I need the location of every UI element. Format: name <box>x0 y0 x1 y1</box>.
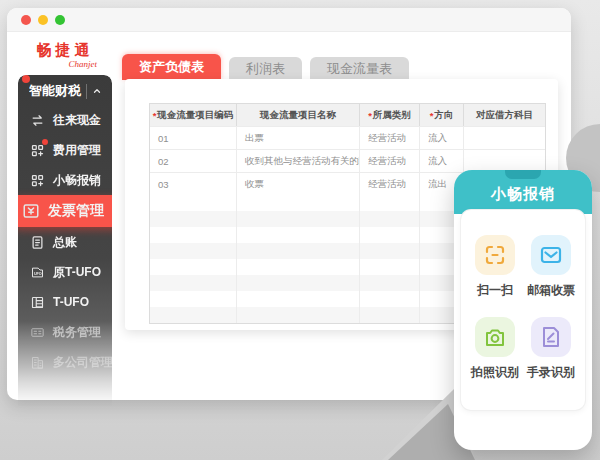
table-empty-cell <box>360 211 420 227</box>
sidebar-item-general-ledger[interactable]: 总账 <box>18 227 112 257</box>
table-cell[interactable]: 流入 <box>420 150 464 172</box>
maximize-button[interactable] <box>55 15 65 25</box>
tab-income-statement[interactable]: 利润表 <box>229 57 302 80</box>
table-cell[interactable]: 01 <box>150 127 237 149</box>
ufo-doc-icon: UFO <box>30 265 45 280</box>
sidebar-item-tax-mgmt[interactable]: 税务管理 <box>18 317 112 347</box>
table-cell[interactable]: 出票 <box>237 127 360 149</box>
action-photo-ocr[interactable]: 拍照识别 <box>471 317 519 381</box>
sidebar-item-label: 原T-UFO <box>53 264 101 281</box>
table-empty-cell <box>360 195 420 211</box>
action-label: 扫一扫 <box>477 282 513 299</box>
table-cell[interactable]: 收到其他与经营活动有关的现金 <box>237 150 360 172</box>
tab-cash-flow[interactable]: 现金流量表 <box>310 57 409 80</box>
table-empty-cell <box>150 259 237 275</box>
action-manual-ocr[interactable]: 手录识别 <box>527 317 575 381</box>
table-empty-cell <box>237 259 360 275</box>
column-header-label: 现金流量项目编码 <box>157 109 233 122</box>
table-empty-cell <box>237 307 360 323</box>
table-header-row: *现金流量项目编码现金流量项目名称*所属类别*方向对应借方科目 <box>150 104 545 126</box>
required-marker: * <box>368 110 372 121</box>
sidebar-item-t-ufo[interactable]: T-UFO <box>18 287 112 317</box>
column-header: *所属类别 <box>360 104 420 126</box>
window-titlebar <box>7 8 571 32</box>
column-header: 现金流量项目名称 <box>237 104 360 126</box>
table-cell[interactable]: 收票 <box>237 173 360 195</box>
column-header-label: 对应借方科目 <box>476 109 533 122</box>
sidebar-item-label: 费用管理 <box>53 142 101 159</box>
table-empty-cell <box>237 227 360 243</box>
tax-doc-icon <box>30 325 45 340</box>
notification-dot <box>22 75 30 83</box>
action-mail-invoice[interactable]: 邮箱收票 <box>527 235 575 299</box>
sidebar-item-xiaochang-reimburse[interactable]: 小畅报销 <box>18 165 112 195</box>
screen: 畅捷通 Chanjet 资产负债表利润表现金流量表 *现金流量项目编码现金流量项… <box>0 0 600 460</box>
minimize-button[interactable] <box>38 15 48 25</box>
column-header: *现金流量项目编码 <box>150 104 237 126</box>
mini-program-card: 小畅报销 扫一扫邮箱收票拍照识别手录识别 <box>454 170 592 450</box>
phone-notch-icon <box>505 170 541 179</box>
table-grid-icon <box>30 295 45 310</box>
table-empty-cell <box>360 307 420 323</box>
sidebar-item-label: 多公司管理 <box>53 354 113 371</box>
sidebar-item-legacy-t-ufo[interactable]: UFO原T-UFO <box>18 257 112 287</box>
table-empty-cell <box>237 211 360 227</box>
column-header-label: 所属类别 <box>373 109 411 122</box>
action-grid: 扫一扫邮箱收票拍照识别手录识别 <box>461 210 585 381</box>
table-empty-cell <box>237 275 360 291</box>
column-header-label: 方向 <box>434 109 453 122</box>
table-cell[interactable] <box>464 150 545 172</box>
table-cell[interactable] <box>464 127 545 149</box>
sidebar-item-expense-mgmt[interactable]: 费用管理 <box>18 135 112 165</box>
table-empty-cell <box>150 211 237 227</box>
column-header: *方向 <box>420 104 464 126</box>
table-empty-cell <box>237 243 360 259</box>
edit-doc-icon <box>531 317 571 357</box>
table-cell[interactable]: 03 <box>150 173 237 195</box>
close-button[interactable] <box>21 15 31 25</box>
table-empty-cell <box>360 275 420 291</box>
svg-text:UFO: UFO <box>34 272 42 276</box>
sidebar-item-label: 往来现金 <box>53 112 101 129</box>
table-row: 02收到其他与经营活动有关的现金经营活动流入 <box>150 149 545 172</box>
brand-logo: 畅捷通 Chanjet <box>27 41 103 69</box>
table-empty-cell <box>360 291 420 307</box>
brand-name-en: Chanjet <box>27 59 103 69</box>
phone-screen: 扫一扫邮箱收票拍照识别手录识别 <box>461 210 585 410</box>
table-empty-cell <box>150 291 237 307</box>
table-empty-cell <box>237 291 360 307</box>
tab-balance-sheet[interactable]: 资产负债表 <box>122 54 221 80</box>
table-cell[interactable]: 经营活动 <box>360 173 420 195</box>
phone-title: 小畅报销 <box>491 185 555 204</box>
sidebar-header[interactable]: 智能财税 <box>18 75 112 105</box>
report-tabs: 资产负债表利润表现金流量表 <box>122 54 409 80</box>
action-scan[interactable]: 扫一扫 <box>475 235 515 299</box>
exchange-icon <box>30 113 45 128</box>
table-empty-cell <box>150 307 237 323</box>
scan-icon <box>475 235 515 275</box>
table-row: 01出票经营活动流入 <box>150 126 545 149</box>
column-header-label: 现金流量项目名称 <box>260 109 336 122</box>
sidebar-nav: 智能财税 往来现金费用管理小畅报销发票管理总账UFO原T-UFOT-UFO税务管… <box>18 75 112 407</box>
sidebar-item-invoice-mgmt[interactable]: 发票管理 <box>13 195 126 227</box>
chevron-up-icon[interactable] <box>86 84 107 99</box>
sidebar-item-label: 税务管理 <box>53 324 101 341</box>
grid-plus-icon <box>30 173 45 188</box>
sidebar-item-label: 总账 <box>53 234 77 251</box>
table-empty-cell <box>150 243 237 259</box>
table-cell[interactable]: 流入 <box>420 127 464 149</box>
buildings-icon <box>30 355 45 370</box>
table-empty-cell <box>237 195 360 211</box>
sidebar-item-multi-company[interactable]: 多公司管理 <box>18 347 112 377</box>
table-empty-cell <box>360 259 420 275</box>
column-header: 对应借方科目 <box>464 104 545 126</box>
table-empty-cell <box>360 243 420 259</box>
sidebar-item-label: 发票管理 <box>48 202 104 220</box>
table-empty-cell <box>360 227 420 243</box>
table-cell[interactable]: 经营活动 <box>360 127 420 149</box>
table-empty-cell <box>150 195 237 211</box>
phone-header: 小畅报销 <box>454 170 592 214</box>
table-cell[interactable]: 02 <box>150 150 237 172</box>
table-cell[interactable]: 经营活动 <box>360 150 420 172</box>
sidebar-item-contacts-cash[interactable]: 往来现金 <box>18 105 112 135</box>
